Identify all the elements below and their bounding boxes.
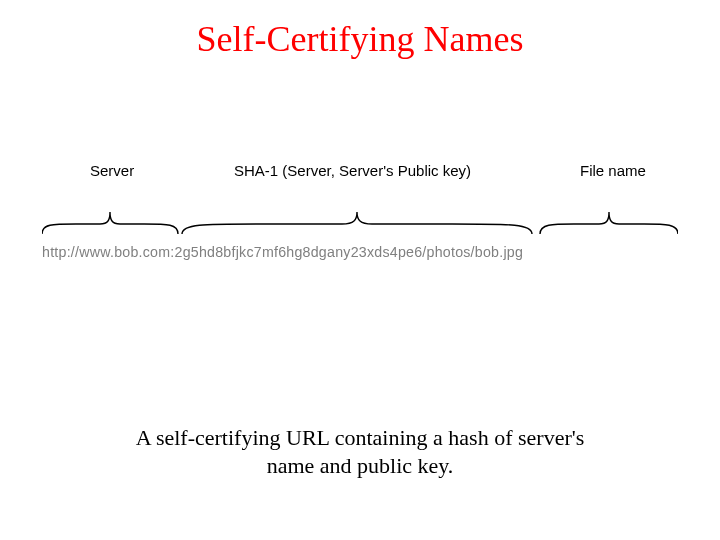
caption-line-2: name and public key. <box>267 453 454 478</box>
url-file-part: photos/bob.jpg <box>427 244 524 260</box>
url-diagram: Server SHA-1 (Server, Server's Public ke… <box>42 162 678 282</box>
labels-row: Server SHA-1 (Server, Server's Public ke… <box>42 162 678 184</box>
slide-title: Self-Certifying Names <box>0 18 720 60</box>
caption-line-1: A self-certifying URL containing a hash … <box>136 425 585 450</box>
braces-icon <box>42 190 678 238</box>
url-hash-part: 2g5hd8bfjkc7mf6hg8dgany23xds4pe6 <box>175 244 423 260</box>
label-file: File name <box>580 162 646 179</box>
label-sha1: SHA-1 (Server, Server's Public key) <box>234 162 471 179</box>
url-text: http://www.bob.com:2g5hd8bfjkc7mf6hg8dga… <box>42 244 678 260</box>
label-server: Server <box>90 162 134 179</box>
url-server-part: http://www.bob.com: <box>42 244 175 260</box>
caption: A self-certifying URL containing a hash … <box>0 424 720 479</box>
